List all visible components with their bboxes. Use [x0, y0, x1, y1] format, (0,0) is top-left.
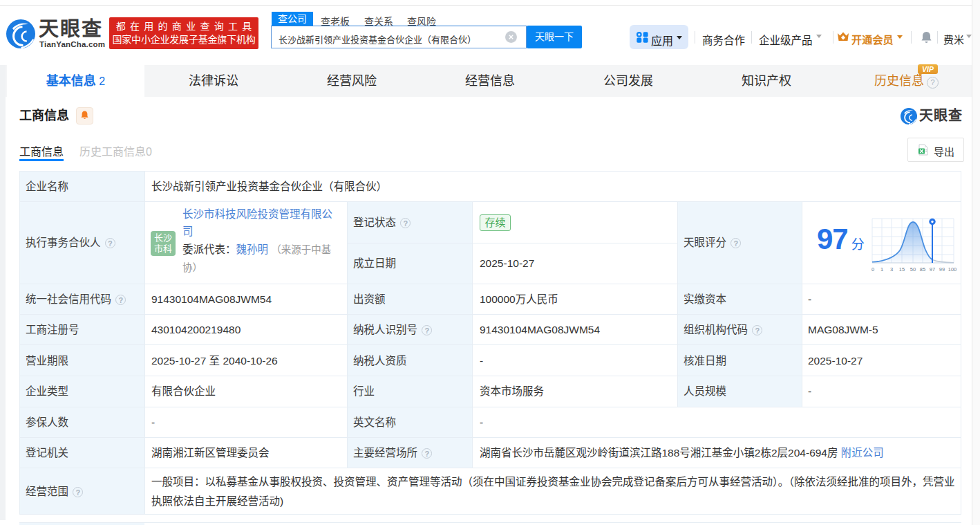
svg-text:85: 85	[920, 266, 925, 273]
svg-text:100: 100	[948, 266, 957, 273]
svg-text:0: 0	[871, 266, 874, 273]
svg-text:97: 97	[930, 266, 935, 273]
svg-text:3: 3	[890, 266, 893, 273]
svg-text:99: 99	[939, 266, 945, 273]
svg-text:15: 15	[899, 266, 905, 273]
svg-text:50: 50	[910, 266, 916, 273]
svg-text:1: 1	[880, 266, 883, 273]
